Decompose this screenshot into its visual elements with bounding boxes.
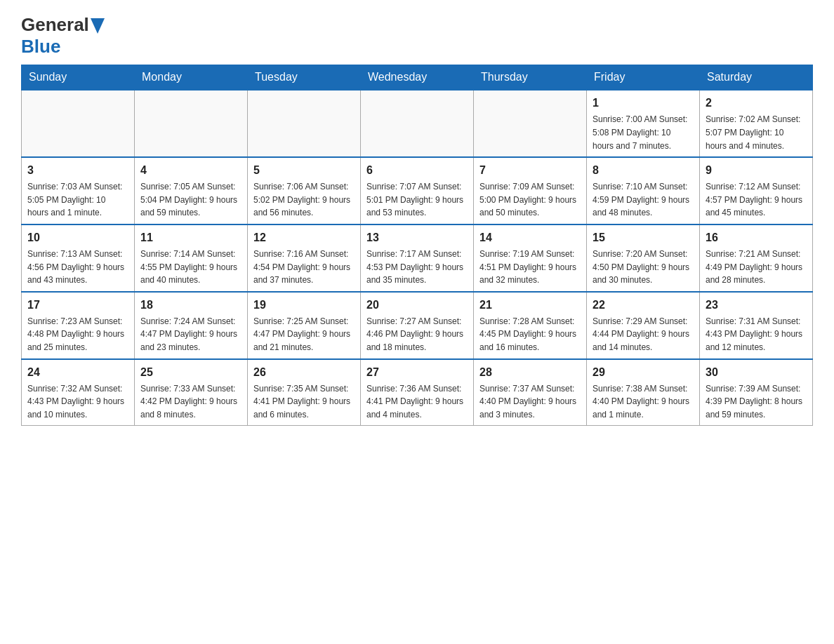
calendar-header-row: SundayMondayTuesdayWednesdayThursdayFrid… bbox=[22, 65, 813, 90]
calendar-day: 29Sunrise: 7:38 AM Sunset: 4:40 PM Dayli… bbox=[587, 359, 700, 426]
day-header-friday: Friday bbox=[587, 65, 700, 90]
day-number: 26 bbox=[253, 364, 355, 381]
day-number: 22 bbox=[593, 297, 694, 314]
day-info: Sunrise: 7:25 AM Sunset: 4:47 PM Dayligh… bbox=[253, 315, 355, 354]
calendar-day: 14Sunrise: 7:19 AM Sunset: 4:51 PM Dayli… bbox=[474, 224, 587, 292]
day-info: Sunrise: 7:00 AM Sunset: 5:08 PM Dayligh… bbox=[593, 113, 694, 152]
day-info: Sunrise: 7:16 AM Sunset: 4:54 PM Dayligh… bbox=[253, 248, 355, 287]
calendar-day: 21Sunrise: 7:28 AM Sunset: 4:45 PM Dayli… bbox=[474, 292, 587, 359]
day-number: 23 bbox=[706, 297, 807, 314]
calendar-day: 27Sunrise: 7:36 AM Sunset: 4:41 PM Dayli… bbox=[361, 359, 474, 426]
day-number: 19 bbox=[253, 297, 355, 314]
day-header-thursday: Thursday bbox=[474, 65, 587, 90]
logo-arrow-icon bbox=[91, 18, 105, 34]
day-info: Sunrise: 7:39 AM Sunset: 4:39 PM Dayligh… bbox=[706, 382, 807, 422]
day-number: 29 bbox=[593, 364, 694, 381]
calendar-day: 19Sunrise: 7:25 AM Sunset: 4:47 PM Dayli… bbox=[248, 292, 361, 359]
day-info: Sunrise: 7:02 AM Sunset: 5:07 PM Dayligh… bbox=[706, 113, 807, 152]
day-number: 3 bbox=[27, 162, 128, 179]
day-number: 13 bbox=[366, 229, 468, 246]
calendar-day: 17Sunrise: 7:23 AM Sunset: 4:48 PM Dayli… bbox=[22, 292, 135, 359]
calendar-day: 4Sunrise: 7:05 AM Sunset: 5:04 PM Daylig… bbox=[135, 157, 248, 224]
calendar-day: 22Sunrise: 7:29 AM Sunset: 4:44 PM Dayli… bbox=[587, 292, 700, 359]
day-header-wednesday: Wednesday bbox=[361, 65, 474, 90]
calendar-day: 12Sunrise: 7:16 AM Sunset: 4:54 PM Dayli… bbox=[248, 224, 361, 292]
day-header-sunday: Sunday bbox=[22, 65, 135, 90]
day-number: 14 bbox=[479, 229, 581, 246]
calendar-day: 1Sunrise: 7:00 AM Sunset: 5:08 PM Daylig… bbox=[587, 90, 700, 157]
day-number: 11 bbox=[140, 229, 241, 246]
day-number: 18 bbox=[140, 297, 241, 314]
day-number: 6 bbox=[366, 162, 468, 179]
day-info: Sunrise: 7:20 AM Sunset: 4:50 PM Dayligh… bbox=[593, 248, 694, 287]
day-info: Sunrise: 7:37 AM Sunset: 4:40 PM Dayligh… bbox=[479, 382, 581, 422]
day-number: 10 bbox=[27, 229, 128, 246]
day-header-monday: Monday bbox=[135, 65, 248, 90]
day-number: 9 bbox=[706, 162, 807, 179]
day-number: 12 bbox=[253, 229, 355, 246]
day-number: 27 bbox=[366, 364, 468, 381]
day-info: Sunrise: 7:14 AM Sunset: 4:55 PM Dayligh… bbox=[140, 248, 241, 287]
calendar-week-4: 17Sunrise: 7:23 AM Sunset: 4:48 PM Dayli… bbox=[22, 292, 813, 359]
calendar-day: 6Sunrise: 7:07 AM Sunset: 5:01 PM Daylig… bbox=[361, 157, 474, 224]
day-info: Sunrise: 7:31 AM Sunset: 4:43 PM Dayligh… bbox=[706, 315, 807, 354]
calendar-day: 15Sunrise: 7:20 AM Sunset: 4:50 PM Dayli… bbox=[587, 224, 700, 292]
calendar-week-5: 24Sunrise: 7:32 AM Sunset: 4:43 PM Dayli… bbox=[22, 359, 813, 426]
day-info: Sunrise: 7:21 AM Sunset: 4:49 PM Dayligh… bbox=[706, 248, 807, 287]
day-info: Sunrise: 7:13 AM Sunset: 4:56 PM Dayligh… bbox=[27, 248, 128, 287]
calendar-day bbox=[248, 90, 361, 157]
day-number: 5 bbox=[253, 162, 355, 179]
day-info: Sunrise: 7:28 AM Sunset: 4:45 PM Dayligh… bbox=[479, 315, 581, 354]
calendar-week-3: 10Sunrise: 7:13 AM Sunset: 4:56 PM Dayli… bbox=[22, 224, 813, 292]
day-info: Sunrise: 7:07 AM Sunset: 5:01 PM Dayligh… bbox=[366, 180, 468, 220]
day-info: Sunrise: 7:24 AM Sunset: 4:47 PM Dayligh… bbox=[140, 315, 241, 354]
calendar-day: 3Sunrise: 7:03 AM Sunset: 5:05 PM Daylig… bbox=[22, 157, 135, 224]
day-number: 7 bbox=[479, 162, 581, 179]
calendar-day bbox=[22, 90, 135, 157]
day-number: 25 bbox=[140, 364, 241, 381]
calendar-week-1: 1Sunrise: 7:00 AM Sunset: 5:08 PM Daylig… bbox=[22, 90, 813, 157]
calendar-day: 13Sunrise: 7:17 AM Sunset: 4:53 PM Dayli… bbox=[361, 224, 474, 292]
day-info: Sunrise: 7:38 AM Sunset: 4:40 PM Dayligh… bbox=[593, 382, 694, 422]
day-info: Sunrise: 7:17 AM Sunset: 4:53 PM Dayligh… bbox=[366, 248, 468, 287]
logo-blue: Blue bbox=[21, 36, 60, 57]
day-header-saturday: Saturday bbox=[700, 65, 813, 90]
calendar-table: SundayMondayTuesdayWednesdayThursdayFrid… bbox=[21, 65, 813, 426]
calendar-day bbox=[135, 90, 248, 157]
day-info: Sunrise: 7:33 AM Sunset: 4:42 PM Dayligh… bbox=[140, 382, 241, 422]
day-info: Sunrise: 7:19 AM Sunset: 4:51 PM Dayligh… bbox=[479, 248, 581, 287]
day-info: Sunrise: 7:29 AM Sunset: 4:44 PM Dayligh… bbox=[593, 315, 694, 354]
calendar-day: 8Sunrise: 7:10 AM Sunset: 4:59 PM Daylig… bbox=[587, 157, 700, 224]
logo: General Blue bbox=[21, 14, 105, 58]
day-number: 2 bbox=[706, 95, 807, 112]
calendar-day: 7Sunrise: 7:09 AM Sunset: 5:00 PM Daylig… bbox=[474, 157, 587, 224]
day-number: 17 bbox=[27, 297, 128, 314]
day-number: 16 bbox=[706, 229, 807, 246]
day-number: 21 bbox=[479, 297, 581, 314]
day-info: Sunrise: 7:03 AM Sunset: 5:05 PM Dayligh… bbox=[27, 180, 128, 220]
svg-marker-0 bbox=[91, 18, 105, 34]
day-info: Sunrise: 7:12 AM Sunset: 4:57 PM Dayligh… bbox=[706, 180, 807, 220]
calendar-day: 16Sunrise: 7:21 AM Sunset: 4:49 PM Dayli… bbox=[700, 224, 813, 292]
day-info: Sunrise: 7:23 AM Sunset: 4:48 PM Dayligh… bbox=[27, 315, 128, 354]
calendar-day: 24Sunrise: 7:32 AM Sunset: 4:43 PM Dayli… bbox=[22, 359, 135, 426]
calendar-day: 26Sunrise: 7:35 AM Sunset: 4:41 PM Dayli… bbox=[248, 359, 361, 426]
day-number: 20 bbox=[366, 297, 468, 314]
calendar-day: 25Sunrise: 7:33 AM Sunset: 4:42 PM Dayli… bbox=[135, 359, 248, 426]
day-number: 24 bbox=[27, 364, 128, 381]
calendar-day: 10Sunrise: 7:13 AM Sunset: 4:56 PM Dayli… bbox=[22, 224, 135, 292]
logo-general: General bbox=[21, 14, 89, 36]
calendar-day: 9Sunrise: 7:12 AM Sunset: 4:57 PM Daylig… bbox=[700, 157, 813, 224]
day-info: Sunrise: 7:35 AM Sunset: 4:41 PM Dayligh… bbox=[253, 382, 355, 422]
day-info: Sunrise: 7:27 AM Sunset: 4:46 PM Dayligh… bbox=[366, 315, 468, 354]
day-number: 1 bbox=[593, 95, 694, 112]
page-header: General Blue bbox=[21, 14, 813, 58]
day-info: Sunrise: 7:36 AM Sunset: 4:41 PM Dayligh… bbox=[366, 382, 468, 422]
calendar-week-2: 3Sunrise: 7:03 AM Sunset: 5:05 PM Daylig… bbox=[22, 157, 813, 224]
day-header-tuesday: Tuesday bbox=[248, 65, 361, 90]
calendar-day: 28Sunrise: 7:37 AM Sunset: 4:40 PM Dayli… bbox=[474, 359, 587, 426]
calendar-day: 11Sunrise: 7:14 AM Sunset: 4:55 PM Dayli… bbox=[135, 224, 248, 292]
day-info: Sunrise: 7:09 AM Sunset: 5:00 PM Dayligh… bbox=[479, 180, 581, 220]
calendar-day: 2Sunrise: 7:02 AM Sunset: 5:07 PM Daylig… bbox=[700, 90, 813, 157]
calendar-day: 30Sunrise: 7:39 AM Sunset: 4:39 PM Dayli… bbox=[700, 359, 813, 426]
